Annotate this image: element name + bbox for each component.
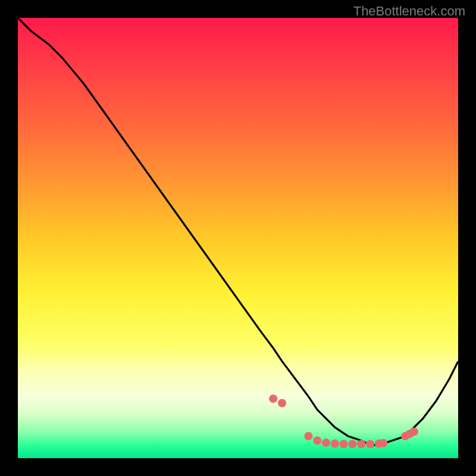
dot bbox=[366, 440, 374, 448]
dot bbox=[304, 432, 312, 440]
dot bbox=[348, 440, 356, 448]
watermark-text: TheBottleneck.com bbox=[353, 4, 465, 19]
dot bbox=[379, 439, 387, 447]
dot bbox=[322, 439, 330, 447]
chart-svg bbox=[18, 18, 458, 458]
dot bbox=[331, 440, 339, 448]
curve-path bbox=[18, 18, 458, 445]
plot-area bbox=[18, 18, 458, 458]
dot bbox=[340, 440, 348, 448]
dot bbox=[410, 428, 418, 436]
dot bbox=[357, 440, 365, 448]
dot bbox=[313, 436, 321, 444]
dot bbox=[278, 399, 286, 408]
dot bbox=[269, 394, 277, 403]
